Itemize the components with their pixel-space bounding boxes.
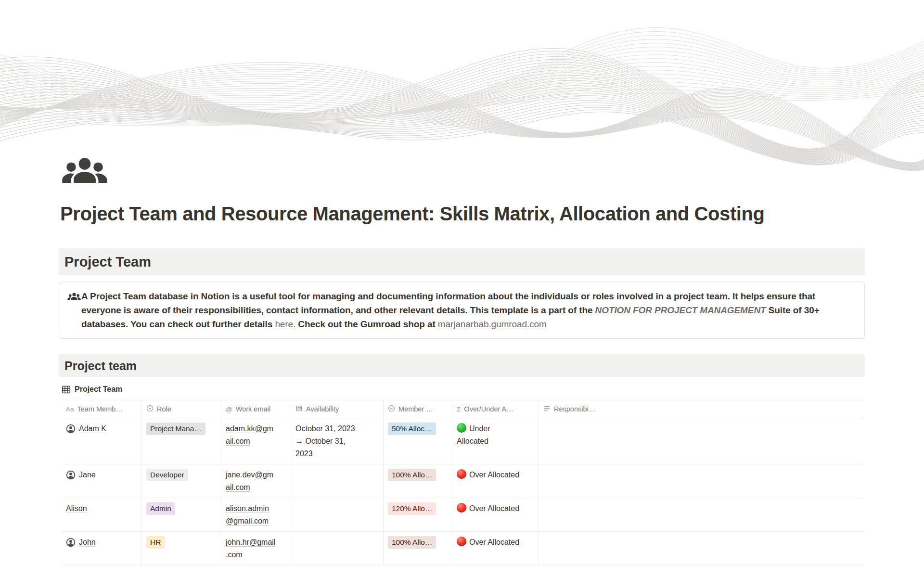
cell-email[interactable]: jane.dev@gm ail.com <box>221 464 291 498</box>
availability-dates: October 31, 2023 → October 31, 2023 <box>295 424 355 458</box>
people-group-icon[interactable] <box>60 154 109 187</box>
link-gumroad[interactable]: marjanarbab.gumroad.com <box>438 319 547 329</box>
database-view-title-label: Project Team <box>75 385 122 394</box>
cell-status[interactable]: Over Allocated <box>452 532 539 565</box>
table-row: AlisonAdminalison.admin @gmail.com120% A… <box>62 498 864 532</box>
cell-responsibilities[interactable] <box>539 464 864 498</box>
column-header-status[interactable]: ΣOver/Under A… <box>452 400 539 418</box>
table-body: Adam KProject Mana…adam.kk@gm ail.comOct… <box>62 418 864 565</box>
cell-email[interactable]: adam.kk@gm ail.com <box>221 418 291 464</box>
red-circle-icon <box>457 503 466 513</box>
wave-pattern <box>0 0 924 174</box>
cell-member[interactable]: Alison <box>62 498 142 531</box>
cell-availability[interactable] <box>291 464 384 498</box>
role-tag: HR <box>146 536 165 549</box>
role-tag: Admin <box>146 502 175 515</box>
role-tag: Developer <box>146 469 188 481</box>
callout: A Project Team database in Notion is a u… <box>59 282 865 339</box>
status-label: Over Allocated <box>469 504 519 513</box>
cell-allocation[interactable]: 120% Allo… <box>384 498 452 531</box>
table-header-row: AaTeam Memb…Role@Work emailAvailabilityM… <box>62 400 864 418</box>
column-label: Over/Under A… <box>464 405 513 413</box>
email-link[interactable]: alison.admin @gmail.com <box>226 504 269 525</box>
select-icon <box>388 405 395 413</box>
column-header-role[interactable]: Role <box>142 400 221 418</box>
cell-status[interactable]: Under Allocated <box>452 418 539 464</box>
database-view-title[interactable]: Project Team <box>59 382 865 397</box>
column-header-email[interactable]: @Work email <box>221 400 291 418</box>
column-label: Team Memb… <box>77 405 123 413</box>
column-header-member[interactable]: AaTeam Memb… <box>62 400 142 418</box>
allocation-tag: 120% Allo… <box>388 502 436 515</box>
cell-responsibilities[interactable] <box>539 532 864 565</box>
callout-text-3: Check out the Gumroad shop at <box>295 319 438 329</box>
cell-member[interactable]: Jane <box>62 464 142 498</box>
table-icon <box>62 385 71 394</box>
person-icon <box>66 538 76 547</box>
cover-image <box>0 0 924 174</box>
member-name: John <box>79 536 96 549</box>
cell-member[interactable]: Adam K <box>62 418 142 464</box>
cell-member[interactable]: John <box>62 532 142 565</box>
column-header-responsibilities[interactable]: Responsibi… <box>539 400 864 418</box>
column-header-allocation[interactable]: Member … <box>384 400 452 418</box>
cell-email[interactable]: john.hr@gmail .com <box>221 532 291 565</box>
table-row: JohnHRjohn.hr@gmail .com100% Allo…Over A… <box>62 532 864 565</box>
green-circle-icon <box>457 423 466 433</box>
cell-email[interactable]: alison.admin @gmail.com <box>221 498 291 531</box>
link-here[interactable]: here. <box>275 319 295 329</box>
section-heading-project-team-lower[interactable]: Project team <box>59 354 865 377</box>
section-heading-project-team[interactable]: Project Team <box>59 248 865 275</box>
cell-availability[interactable] <box>291 532 384 565</box>
person-icon <box>66 424 76 434</box>
cell-role[interactable]: Developer <box>142 464 221 498</box>
cell-role[interactable]: Project Mana… <box>142 418 221 464</box>
cell-responsibilities[interactable] <box>539 498 864 531</box>
column-label: Role <box>157 405 171 413</box>
red-circle-icon <box>457 537 466 546</box>
select-icon <box>146 405 154 413</box>
cell-availability[interactable] <box>291 498 384 531</box>
person-icon <box>66 470 76 480</box>
email-icon: @ <box>226 405 232 413</box>
email-link[interactable]: jane.dev@gm ail.com <box>226 471 273 491</box>
project-team-table: AaTeam Memb…Role@Work emailAvailabilityM… <box>62 400 864 565</box>
formula-icon: Σ <box>457 405 461 413</box>
allocation-tag: 100% Allo… <box>388 469 436 481</box>
column-header-availability[interactable]: Availability <box>291 400 384 418</box>
cell-allocation[interactable]: 100% Allo… <box>384 464 452 498</box>
date-icon <box>295 405 303 413</box>
table-row: JaneDeveloperjane.dev@gm ail.com100% All… <box>62 464 864 498</box>
link-notion-for-project-management[interactable]: NOTION FOR PROJECT MANAGEMENT <box>595 305 766 315</box>
status-label: Over Allocated <box>469 538 519 546</box>
allocation-tag: 50% Alloc… <box>388 423 436 435</box>
cell-role[interactable]: HR <box>142 532 221 565</box>
role-tag: Project Mana… <box>146 423 205 435</box>
email-link[interactable]: adam.kk@gm ail.com <box>226 424 273 445</box>
cell-allocation[interactable]: 100% Allo… <box>384 532 452 565</box>
cell-responsibilities[interactable] <box>539 418 864 464</box>
allocation-tag: 100% Allo… <box>388 536 436 549</box>
cell-allocation[interactable]: 50% Alloc… <box>384 418 452 464</box>
table-row: Adam KProject Mana…adam.kk@gm ail.comOct… <box>62 418 864 464</box>
page-title[interactable]: Project Team and Resource Management: Sk… <box>59 202 865 225</box>
red-circle-icon <box>457 469 466 479</box>
cell-availability[interactable]: October 31, 2023 → October 31, 2023 <box>291 418 384 464</box>
text-icon <box>543 405 551 413</box>
column-label: Responsibi… <box>554 405 595 413</box>
column-label: Availability <box>306 405 339 413</box>
member-name: Adam K <box>79 423 106 435</box>
status-label: Over Allocated <box>469 471 519 479</box>
title-icon: Aa <box>66 405 74 413</box>
member-name: Alison <box>66 502 87 515</box>
email-link[interactable]: john.hr@gmail .com <box>226 538 275 559</box>
people-icon <box>67 291 81 302</box>
cell-role[interactable]: Admin <box>142 498 221 531</box>
member-name: Jane <box>79 469 96 481</box>
cell-status[interactable]: Over Allocated <box>452 464 539 498</box>
callout-text[interactable]: A Project Team database in Notion is a u… <box>81 289 844 331</box>
column-label: Work email <box>236 405 270 413</box>
cell-status[interactable]: Over Allocated <box>452 498 539 531</box>
column-label: Member … <box>398 405 433 413</box>
